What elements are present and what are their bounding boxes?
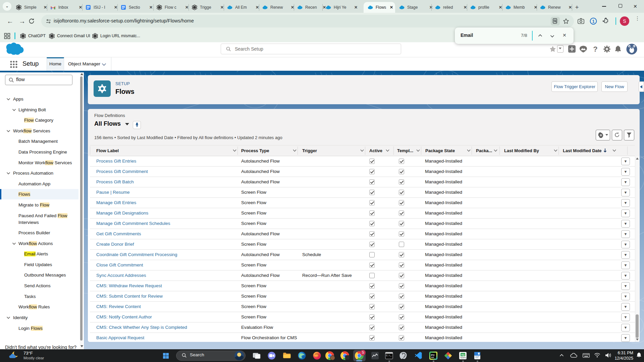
svg-text:PC: PC [431, 354, 435, 357]
svg-text:C:\_: C:\_ [386, 354, 392, 357]
svg-text:GQ: GQ [461, 354, 465, 356]
svg-text:?: ? [593, 45, 597, 53]
svg-text:TaskPro: TaskPro [460, 357, 466, 359]
svg-text:1: 1 [592, 19, 595, 24]
